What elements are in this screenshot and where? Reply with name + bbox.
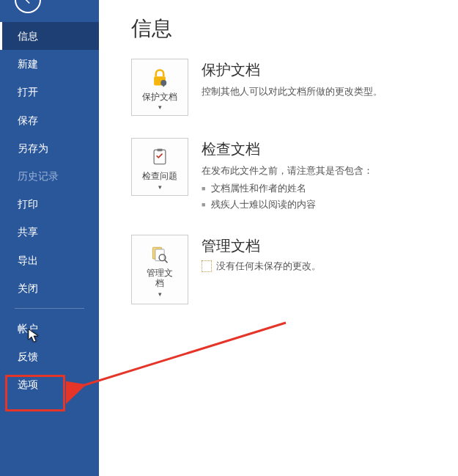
inspect-document-button-label: 检查问题	[135, 171, 185, 181]
lock-icon	[135, 67, 185, 89]
chevron-down-icon: ▾	[135, 183, 185, 191]
inspect-document-button[interactable]: 检查问题 ▾	[131, 138, 188, 195]
sidebar-item-6[interactable]: 打印	[0, 190, 99, 218]
page-title: 信息	[131, 15, 440, 43]
page-icon	[202, 260, 212, 272]
chevron-down-icon: ▾	[135, 103, 185, 111]
manage-document-desc-row: 没有任何未保存的更改。	[202, 260, 440, 273]
chevron-down-icon: ▾	[135, 290, 185, 298]
inspect-document-desc: 在发布此文件之前，请注意其是否包含：	[202, 164, 440, 178]
svg-rect-2	[163, 84, 164, 87]
sidebar-footer-item-0[interactable]: 帐户	[0, 315, 99, 343]
sidebar-item-7[interactable]: 共享	[0, 218, 99, 246]
protect-document-button[interactable]: 保护文档 ▾	[131, 59, 188, 116]
sidebar-item-0[interactable]: 信息	[0, 22, 99, 50]
inspect-bullets: 文档属性和作者的姓名残疾人士难以阅读的内容	[202, 181, 440, 213]
manage-document-title: 管理文档	[202, 236, 440, 256]
manage-document-button-label: 管理文 档	[135, 268, 185, 289]
protect-document-section: 保护文档 ▾ 保护文档 控制其他人可以对此文档所做的更改类型。	[131, 59, 440, 116]
arrow-left-icon	[21, 0, 34, 7]
manage-icon	[135, 243, 185, 265]
sidebar-separator	[15, 308, 84, 309]
sidebar-footer-item-2[interactable]: 选项	[0, 370, 99, 398]
manage-document-button[interactable]: 管理文 档 ▾	[131, 235, 188, 304]
manage-document-desc: 没有任何未保存的更改。	[216, 260, 321, 273]
inspect-document-title: 检查文档	[202, 139, 440, 159]
cursor-icon	[28, 329, 40, 343]
sidebar-item-5: 历史记录	[0, 162, 99, 190]
sidebar-item-3[interactable]: 保存	[0, 106, 99, 134]
inspect-bullet-0: 文档属性和作者的姓名	[202, 181, 440, 197]
inspect-bullet-1: 残疾人士难以阅读的内容	[202, 197, 440, 213]
protect-document-title: 保护文档	[202, 60, 440, 80]
svg-line-8	[165, 260, 168, 263]
sidebar-item-4[interactable]: 另存为	[0, 134, 99, 162]
sidebar-item-1[interactable]: 新建	[0, 50, 99, 78]
sidebar-footer-item-1[interactable]: 反馈	[0, 343, 99, 370]
inspect-icon	[135, 146, 185, 168]
svg-rect-4	[158, 149, 163, 152]
sidebar-item-2[interactable]: 打开	[0, 78, 99, 106]
protect-document-button-label: 保护文档	[135, 92, 185, 102]
manage-document-section: 管理文 档 ▾ 管理文档 没有任何未保存的更改。	[131, 235, 440, 304]
sidebar-item-8[interactable]: 导出	[0, 246, 99, 274]
inspect-document-section: 检查问题 ▾ 检查文档 在发布此文件之前，请注意其是否包含： 文档属性和作者的姓…	[131, 138, 440, 213]
back-button[interactable]	[15, 0, 41, 13]
backstage-sidebar: 信息新建打开保存另存为历史记录打印共享导出关闭帐户反馈选项	[0, 0, 99, 476]
protect-document-desc: 控制其他人可以对此文档所做的更改类型。	[202, 84, 440, 99]
main-content: 信息 保护文档 ▾ 保护文档 控制其他人可以对此文档所做的更改类型。	[99, 0, 458, 476]
sidebar-item-9[interactable]: 关闭	[0, 274, 99, 302]
